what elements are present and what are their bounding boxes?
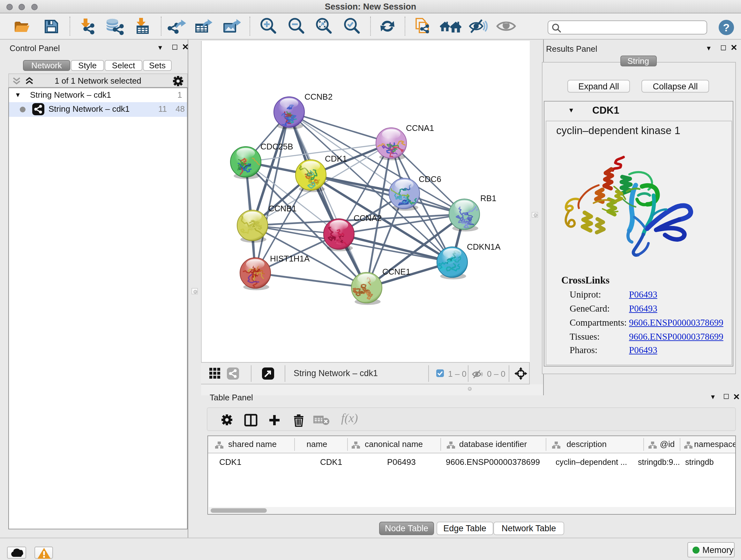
svg-text:CDC6: CDC6 xyxy=(419,174,441,184)
svg-text:CDK1: CDK1 xyxy=(325,153,347,163)
svg-text:CCNE1: CCNE1 xyxy=(382,266,410,276)
svg-text:CCNB2: CCNB2 xyxy=(305,91,333,101)
svg-text:CCNA1: CCNA1 xyxy=(406,123,434,132)
svg-text:CDC25B: CDC25B xyxy=(260,141,293,151)
svg-text:CCNA2: CCNA2 xyxy=(354,213,382,223)
svg-text:CDKN1A: CDKN1A xyxy=(467,242,501,251)
svg-text:?: ? xyxy=(723,21,730,33)
svg-text:RB1: RB1 xyxy=(480,193,496,203)
svg-text:HIST1H1A: HIST1H1A xyxy=(270,253,310,263)
svg-text:CCNB1: CCNB1 xyxy=(268,203,296,213)
